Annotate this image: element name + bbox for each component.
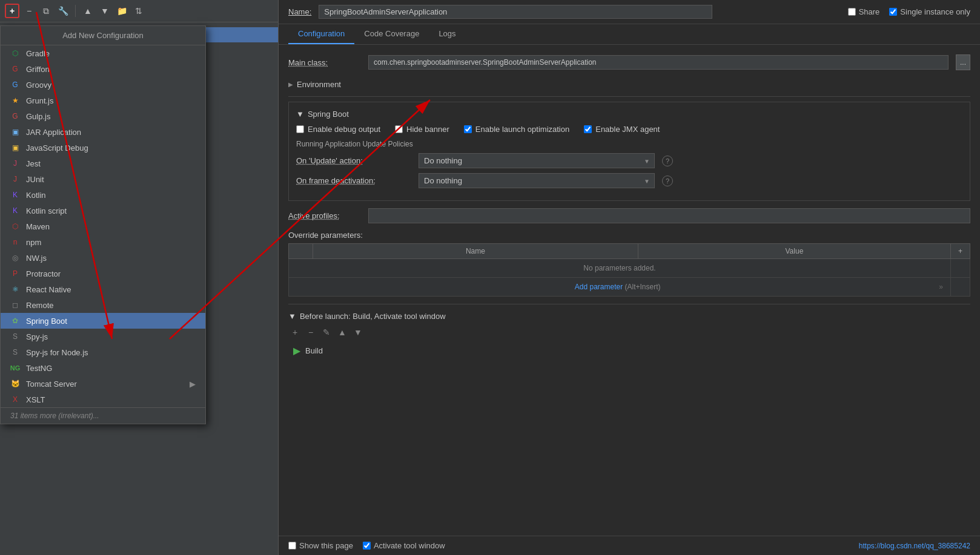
no-params-text: No parameters added. [289,259,951,278]
dropdown-item-kotlin[interactable]: K Kotlin [1,187,205,203]
name-input[interactable] [319,5,712,19]
enable-debug-label[interactable]: Enable debug output [308,125,380,134]
dropdown-item-testng[interactable]: NG TestNG [1,360,205,376]
dropdown-footer: 31 items more (irrelevant)... [1,407,205,424]
dropdown-item-groovy[interactable]: G Groovy [1,77,205,93]
params-col-name-header: Name [313,244,638,259]
add-param-link[interactable]: Add parameter [575,283,623,291]
dropdown-item-gradle[interactable]: ⬡ Gradle [1,45,205,61]
xslt-icon: X [10,395,20,404]
before-launch-down-button[interactable]: ▼ [351,326,365,339]
dropdown-item-label: Griffon [26,65,50,74]
enable-jmx-label[interactable]: Enable JMX agent [595,125,660,134]
frame-deactivation-help-icon[interactable]: ? [662,176,673,186]
remove-configuration-button[interactable]: − [22,4,36,18]
environment-label: Environment [297,80,341,89]
maven-icon: ⬡ [10,222,20,231]
update-action-label: On 'Update' action: [296,156,411,165]
move-up-button[interactable]: ▲ [81,4,95,18]
before-launch-up-button[interactable]: ▲ [336,326,349,339]
dropdown-item-label: Remote [26,301,54,310]
dropdown-item-jest[interactable]: J Jest [1,156,205,171]
config-content: Main class: ... ▶ Environment ▼ Spring B… [279,45,980,536]
dropdown-item-springboot[interactable]: ✿ Spring Boot [1,313,205,329]
main-class-input[interactable] [368,55,949,70]
dropdown-item-label: JAR Application [26,128,81,137]
override-params-section: Override parameters: Name Value + No par… [288,231,970,297]
main-class-browse-button[interactable]: ... [956,54,970,70]
add-configuration-button[interactable]: + [5,4,19,18]
dropdown-item-xslt[interactable]: X XSLT [1,392,205,407]
dropdown-item-label: Jest [26,159,41,168]
show-page-label[interactable]: Show this page [299,541,353,550]
dropdown-item-label: TestNG [26,364,52,373]
dropdown-item-remote[interactable]: ◻ Remote [1,297,205,313]
show-page-checkbox[interactable] [288,542,296,550]
sort-button[interactable]: ⇅ [131,4,146,18]
name-bar-right: Share Single instance only [848,7,970,16]
dropdown-item-junit[interactable]: J JUnit [1,171,205,187]
settings-button[interactable]: 🔧 [56,4,70,18]
before-launch-header[interactable]: ▼ Before launch: Build, Activate tool wi… [288,312,970,321]
frame-deactivation-select-wrapper: Do nothing ▼ [419,173,655,188]
nwjs-icon: ◎ [10,253,20,263]
before-launch-label: Before launch: Build, Activate tool wind… [300,312,446,321]
frame-deactivation-select[interactable]: Do nothing [419,173,655,188]
enable-jmx-checkbox-group: Enable JMX agent [584,125,660,134]
spring-boot-header[interactable]: ▼ Spring Boot [296,110,962,119]
enable-launch-label[interactable]: Enable launch optimization [475,125,569,134]
before-launch-edit-button[interactable]: ✎ [320,326,333,339]
enable-debug-checkbox[interactable] [296,125,304,133]
name-bar: Name: Share Single instance only [279,0,980,24]
dropdown-item-gulpjs[interactable]: G Gulp.js [1,108,205,124]
dropdown-item-tomcat[interactable]: 🐱 Tomcat Server ▶ [1,376,205,392]
params-add-col[interactable]: + [950,244,970,259]
tomcat-arrow-icon: ▶ [190,379,196,389]
single-instance-checkbox[interactable] [889,8,897,16]
folder-button[interactable]: 📁 [114,4,129,18]
copy-configuration-button[interactable]: ⧉ [39,4,53,18]
dropdown-item-kotlinscript[interactable]: K Kotlin script [1,203,205,218]
dropdown-item-npm[interactable]: n npm [1,234,205,250]
dropdown-item-maven[interactable]: ⬡ Maven [1,218,205,234]
single-instance-label[interactable]: Single instance only [900,7,970,16]
jsdebug-icon: ▣ [10,143,20,153]
environment-toggle[interactable]: ▶ Environment [288,77,970,91]
dropdown-item-label: Spy-js for Node.js [26,348,88,357]
tab-logs[interactable]: Logs [429,24,465,44]
activate-window-label[interactable]: Activate tool window [374,541,445,550]
update-action-help-icon[interactable]: ? [662,156,673,166]
testng-icon: NG [10,363,20,373]
single-instance-checkbox-group: Single instance only [889,7,970,16]
share-label[interactable]: Share [859,7,880,16]
active-profiles-input[interactable] [368,208,970,223]
enable-launch-checkbox[interactable] [464,125,472,133]
springboot-dropdown-icon: ✿ [10,316,20,326]
npm-icon: n [10,237,20,247]
move-down-button[interactable]: ▼ [98,4,112,18]
update-action-select[interactable]: Do nothing [419,153,655,168]
dropdown-item-spyjs[interactable]: S Spy-js [1,329,205,344]
divider1 [288,96,970,97]
tabs-bar: Configuration Code Coverage Logs [279,24,980,45]
tab-code-coverage[interactable]: Code Coverage [354,24,429,44]
hide-banner-label[interactable]: Hide banner [406,125,449,134]
dropdown-item-reactnative[interactable]: ⚛ React Native [1,281,205,297]
hide-banner-checkbox[interactable] [395,125,403,133]
enable-jmx-checkbox[interactable] [584,125,592,133]
dropdown-item-protractor[interactable]: P Protractor [1,266,205,281]
dropdown-item-gruntjs[interactable]: ★ Grunt.js [1,93,205,108]
add-param-row: Add parameter (Alt+Insert) » [289,278,970,297]
dropdown-item-jar[interactable]: ▣ JAR Application [1,124,205,140]
dropdown-item-spyjsnode[interactable]: S Spy-js for Node.js [1,344,205,360]
dropdown-item-label: Grunt.js [26,96,54,105]
activate-window-checkbox[interactable] [363,542,371,550]
dropdown-item-jsdebug[interactable]: ▣ JavaScript Debug [1,140,205,156]
share-checkbox[interactable] [848,8,856,16]
before-launch-remove-button[interactable]: − [304,326,317,339]
dropdown-item-nwjs[interactable]: ◎ NW.js [1,250,205,266]
before-launch-add-button[interactable]: + [288,326,302,339]
tab-configuration[interactable]: Configuration [288,24,354,44]
dropdown-item-label: JavaScript Debug [26,143,88,153]
dropdown-item-griffon[interactable]: G Griffon [1,61,205,77]
